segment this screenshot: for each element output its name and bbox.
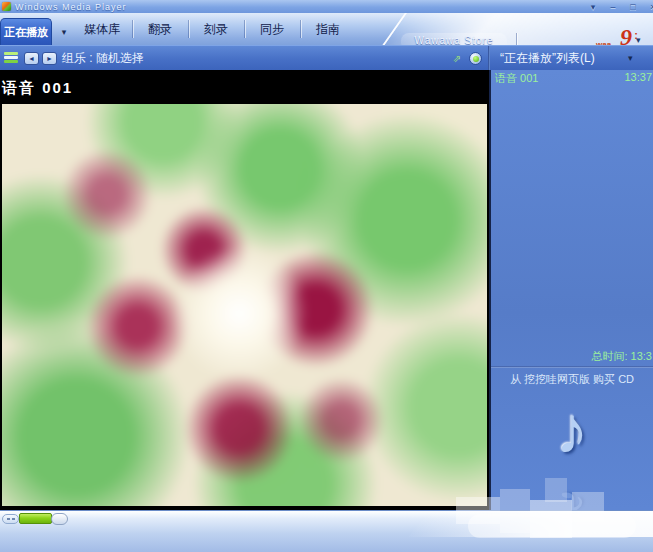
panel-divider (491, 366, 653, 368)
toolbar-divider (488, 46, 490, 71)
tab-separator (244, 20, 245, 38)
buy-cd-link[interactable]: 从 挖挖哇网页版 购买 CD (491, 372, 653, 387)
tab-sync[interactable]: 同步 (248, 13, 296, 45)
maximize-button[interactable]: □ (626, 2, 640, 12)
playlist-toggle-icon[interactable] (469, 52, 482, 65)
fullscreen-icon[interactable]: ⇗ (450, 52, 464, 65)
total-time-label: 总时间: 13:3 (591, 349, 652, 364)
now-playing-dropdown-icon[interactable]: ▾ (55, 23, 73, 41)
store-logo-icon[interactable]: 9 : waa (596, 27, 634, 45)
playlist-header-dropdown-icon[interactable]: ▾ (628, 46, 633, 71)
store-music-button[interactable]: Wawawa Store Music (401, 33, 507, 45)
seek-slider-handle[interactable] (51, 513, 68, 525)
tab-separator (132, 20, 133, 38)
close-button[interactable]: × (646, 2, 653, 12)
playlist-item-duration: 13:37 (624, 71, 652, 83)
secondary-toolbar: ◄ ► 组乐 : 随机选择 ⇗ “正在播放”列表(L) ▾ (0, 45, 653, 70)
title-bar: Windows Media Player ▾ – □ × (0, 0, 653, 13)
window-controls: ▾ – □ × (586, 0, 653, 13)
visualization-name-label: 组乐 : 随机选择 (62, 46, 144, 71)
transport-swoosh-decoration (408, 510, 653, 537)
window-menu-arrow-icon[interactable]: ▾ (586, 2, 600, 12)
store-separator (516, 33, 517, 45)
tab-rip[interactable]: 翻录 (136, 13, 184, 45)
tab-separator (188, 20, 189, 38)
track-title-overlay: 语音 001 (2, 79, 73, 98)
store-logo-clef: 9 (620, 24, 632, 45)
playlist-item[interactable]: 语音 001 13:37 (491, 71, 653, 86)
next-visualization-button[interactable]: ► (42, 52, 57, 65)
visualization-switcher-icon[interactable] (4, 52, 18, 65)
tab-library[interactable]: 媒体库 (76, 13, 128, 45)
transport-bar: ■ ◄◄ ►► 正在播放: 192 千比特/秒 ►► ↘ (0, 510, 653, 552)
tab-guide[interactable]: 指南 (304, 13, 352, 45)
tab-burn[interactable]: 刻录 (192, 13, 240, 45)
visualization-canvas (2, 104, 487, 506)
minimize-button[interactable]: – (606, 2, 620, 12)
music-note-reflection: ♪ (491, 483, 653, 510)
seek-progress[interactable] (19, 513, 52, 524)
tab-now-playing[interactable]: 正在播放 (0, 18, 52, 45)
playlist-header-menu[interactable]: “正在播放”列表(L) (500, 46, 595, 71)
previous-visualization-button[interactable]: ◄ (24, 52, 39, 65)
window-title: Windows Media Player (15, 2, 127, 12)
now-playing-panel: 语音 001 13:37 总时间: 13:3 从 挖挖哇网页版 购买 CD ♪ … (489, 70, 653, 510)
tab-separator (300, 20, 301, 38)
music-note-icon: ♪ (491, 392, 653, 468)
store-dropdown-icon[interactable]: ▾ (636, 35, 641, 45)
wmp-app-icon (2, 2, 11, 11)
tab-strip: 正在播放 ▾ 媒体库 翻录 刻录 同步 指南 Wawawa Store Musi… (0, 13, 653, 45)
video-visualization-area[interactable]: 语音 001 (0, 70, 489, 510)
playlist-item-title: 语音 001 (495, 71, 538, 86)
visualization-art (2, 104, 487, 506)
seek-bar-left-cap[interactable] (2, 514, 19, 524)
